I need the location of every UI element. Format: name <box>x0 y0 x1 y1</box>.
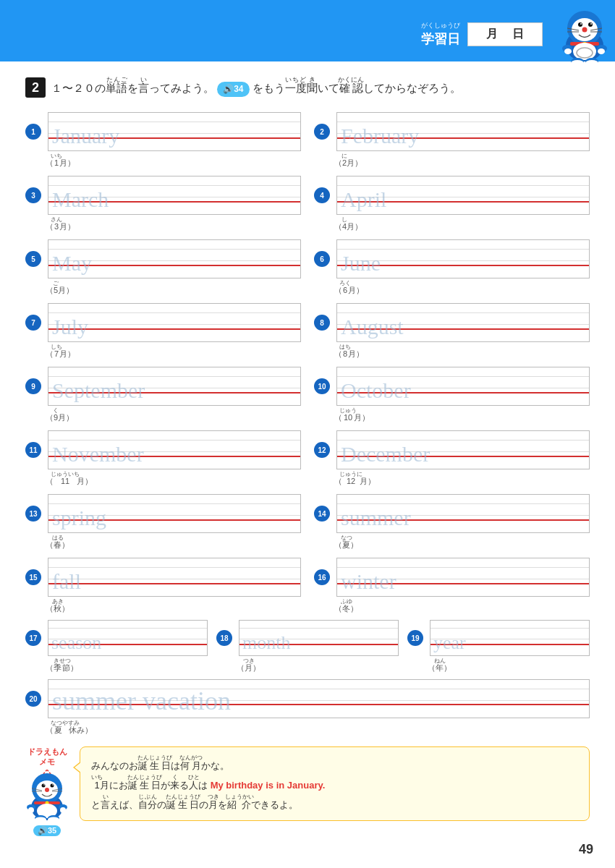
num-9: 9 <box>25 378 41 394</box>
date-month: 月 <box>486 27 498 42</box>
num-19: 19 <box>407 630 423 646</box>
num-20: 20 <box>25 691 41 707</box>
guide-word-9: September <box>52 380 145 401</box>
translation-3: （3さん月） <box>46 216 301 232</box>
num-18: 18 <box>216 630 232 646</box>
page-number: 49 <box>579 842 593 857</box>
guide-word-6: June <box>341 252 381 274</box>
translation-19: （年ねん） <box>428 658 590 673</box>
translation-18: （月つき） <box>237 658 399 673</box>
word-entry-16: 16 winter （冬ふゆ） <box>314 558 590 617</box>
audio-badge-34[interactable]: 🔊34 <box>217 82 249 97</box>
guide-word-17: season <box>51 634 101 652</box>
writing-box-18[interactable]: month <box>239 620 399 656</box>
guide-word-14: summer <box>341 507 411 529</box>
translation-20: （夏休なつやすみみ） <box>46 720 590 736</box>
writing-box-7[interactable]: July <box>48 303 301 342</box>
guide-word-10: October <box>341 380 411 401</box>
instruction-text: １〜 <box>51 82 73 94</box>
svg-point-5 <box>578 22 582 27</box>
writing-box-9[interactable]: September <box>48 367 301 406</box>
guide-word-2: February <box>341 125 419 147</box>
word-entry-13: 13 spring （春はる） <box>25 494 301 553</box>
translation-9: （9く月） <box>46 407 301 423</box>
svg-point-19 <box>564 48 572 54</box>
num-7: 7 <box>25 315 41 331</box>
writing-box-20[interactable]: summer vacation <box>48 679 590 718</box>
translation-6: （6ろく月） <box>334 280 590 296</box>
translation-10: （10じゅう月） <box>334 407 590 423</box>
guide-word-5: May <box>52 252 92 274</box>
writing-box-15[interactable]: fall <box>48 558 301 597</box>
memo-text-line2: 1いち月にお誕生日たんじょうびが来くる人ひとは My birthday is i… <box>91 774 578 793</box>
writing-box-13[interactable]: spring <box>48 494 301 533</box>
section-instruction: １〜２０の単語たんごを言いってみよう。 🔊34 をもう一度いちど聞きいて確認かく… <box>51 76 463 97</box>
guide-word-19: year <box>433 634 466 652</box>
date-day: 日 <box>512 27 524 42</box>
num-5: 5 <box>25 251 41 267</box>
num-16: 16 <box>314 569 330 585</box>
word-entry-9: 9 September （9く月） <box>25 367 301 426</box>
memo-text-line3: と言いえば、自分じぶんの誕生日たんじょうびの月つきを紹介しょうかいできるよ。 <box>91 793 578 813</box>
guide-word-13: spring <box>52 507 106 529</box>
word-entry-12: 12 December （12じゅうに月） <box>314 430 590 490</box>
num-13: 13 <box>25 506 41 522</box>
svg-point-8 <box>590 23 592 25</box>
word-entry-20: 20 summer vacation （夏休なつやすみみ） <box>25 679 590 736</box>
translation-5: （5ご月） <box>46 280 301 296</box>
word-entry-17: 17 season （季節きせつ） <box>25 620 208 676</box>
memo-highlight: My birthday is in January. <box>211 780 326 791</box>
date-box: 月 日 <box>467 22 543 46</box>
guide-word-7: July <box>52 316 88 338</box>
svg-point-37 <box>45 788 49 792</box>
num-8: 8 <box>314 315 330 331</box>
writing-box-19[interactable]: year <box>430 620 590 656</box>
header-doraemon <box>560 8 609 67</box>
guide-word-8: August <box>341 316 404 338</box>
translation-1: （1いち月） <box>46 153 301 169</box>
gakushubi-kanji: 学習日 <box>421 30 460 48</box>
writing-box-12[interactable]: December <box>336 430 590 469</box>
writing-box-4[interactable]: April <box>336 176 590 215</box>
guide-word-1: January <box>52 125 119 147</box>
writing-box-16[interactable]: winter <box>336 558 590 597</box>
study-date-area: がくしゅうび 学習日 月 日 <box>421 21 543 48</box>
guide-word-18: month <box>242 634 290 652</box>
writing-box-5[interactable]: May <box>48 239 301 278</box>
svg-point-21 <box>598 48 605 54</box>
translation-16: （冬ふゆ） <box>334 598 590 614</box>
writing-box-17[interactable]: season <box>48 620 208 656</box>
writing-box-8[interactable]: August <box>336 303 590 342</box>
translation-12: （12じゅうに月） <box>334 471 590 487</box>
word-entry-1: 1 January （1いち月） <box>25 112 301 171</box>
word-entry-15: 15 fall （秋あき） <box>25 558 301 617</box>
writing-box-2[interactable]: February <box>336 112 590 151</box>
writing-box-3[interactable]: March <box>48 176 301 215</box>
memo-text-line1: みんなのお誕生日たんじょうびは何月なんがつかな。 <box>91 754 578 774</box>
word-entry-8: 8 August （8はち月） <box>314 303 590 362</box>
writing-box-10[interactable]: October <box>336 367 590 406</box>
svg-point-33 <box>42 783 46 787</box>
num-2: 2 <box>314 124 330 140</box>
num-11: 11 <box>25 442 41 458</box>
words-triple-row: 17 season （季節きせつ） 18 month <box>25 620 590 676</box>
num-14: 14 <box>314 506 330 522</box>
doraemon-small <box>25 770 69 823</box>
translation-8: （8はち月） <box>334 344 590 359</box>
writing-box-1[interactable]: January <box>48 112 301 151</box>
memo-mascot: ドラえもんメモ <box>25 746 69 836</box>
memo-area: ドラえもんメモ <box>25 746 590 836</box>
writing-box-11[interactable]: November <box>48 430 301 469</box>
writing-box-6[interactable]: June <box>336 239 590 278</box>
guide-word-4: April <box>341 189 386 210</box>
guide-word-3: March <box>52 189 109 210</box>
guide-word-11: November <box>52 443 144 465</box>
page-header: がくしゅうび 学習日 月 日 <box>0 0 615 61</box>
word-entry-2: 2 February （2に月） <box>314 112 590 171</box>
num-15: 15 <box>25 569 41 585</box>
guide-word-15: fall <box>52 571 81 592</box>
guide-word-16: winter <box>341 571 396 592</box>
writing-box-14[interactable]: summer <box>336 494 590 533</box>
svg-point-35 <box>43 784 45 786</box>
memo-audio-badge[interactable]: 🔊35 <box>33 825 61 836</box>
